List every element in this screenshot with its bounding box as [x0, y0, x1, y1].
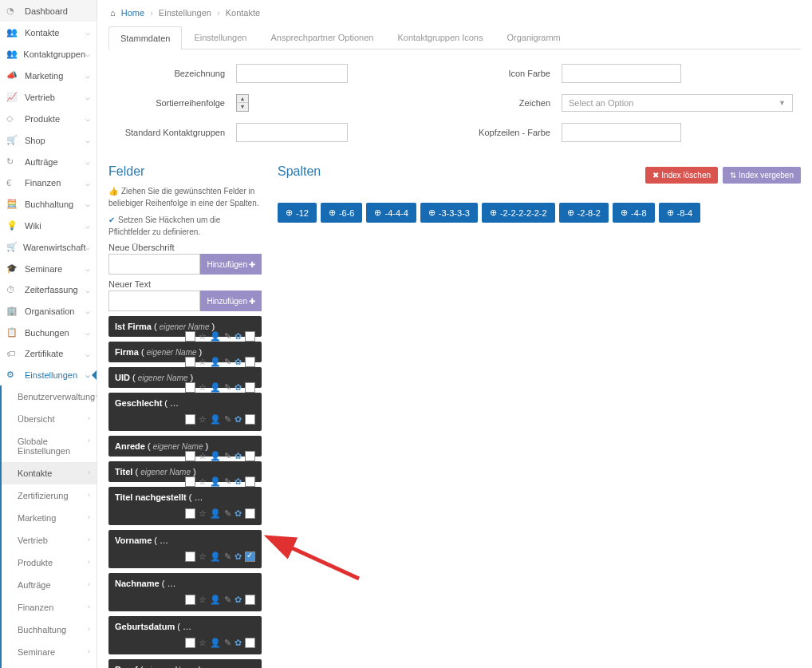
- field-checkbox-1[interactable]: [185, 382, 195, 393]
- pencil-icon[interactable]: ✎: [224, 595, 231, 605]
- field-card[interactable]: Nachname ( … ☆ 👤 ✎ ✿: [108, 573, 262, 611]
- sidebar-item-zeiterfassung[interactable]: ⏱Zeiterfassung⌵: [0, 279, 97, 300]
- field-checkbox-1[interactable]: [185, 451, 195, 461]
- column-layout-button[interactable]: ⊕-3-3-3-3: [420, 203, 478, 223]
- column-layout-button[interactable]: ⊕-8-4: [659, 203, 701, 223]
- field-card[interactable]: Firma ( eigener Name ) ☆ 👤 ✎ ✿: [108, 342, 262, 362]
- star-icon[interactable]: ☆: [199, 414, 207, 425]
- field-checkbox-1[interactable]: [185, 357, 195, 367]
- input-neue-uberschrift[interactable]: [108, 254, 200, 275]
- user-icon[interactable]: 👤: [210, 551, 221, 562]
- user-icon[interactable]: 👤: [210, 331, 221, 342]
- field-checkbox-2[interactable]: [245, 331, 255, 342]
- field-checkbox-1[interactable]: [185, 414, 195, 425]
- user-icon[interactable]: 👤: [210, 451, 221, 461]
- star-icon[interactable]: ☆: [199, 508, 207, 519]
- sidebar-item-warenwirtschaft[interactable]: 🛒Warenwirtschaft⌵: [0, 236, 97, 258]
- sidebar-sub-übersicht[interactable]: Übersicht›: [2, 408, 97, 430]
- star-icon[interactable]: ☆: [199, 331, 207, 342]
- field-checkbox-2[interactable]: [245, 382, 255, 393]
- pencil-icon[interactable]: ✎: [224, 414, 231, 425]
- pencil-icon[interactable]: ✎: [224, 382, 231, 393]
- sidebar-sub-zertifizierung[interactable]: Zertifizierung›: [2, 484, 97, 507]
- user-icon[interactable]: 👤: [210, 414, 221, 425]
- field-checkbox-2[interactable]: [245, 451, 255, 461]
- field-card[interactable]: Anrede ( eigener Name ) ☆ 👤 ✎ ✿: [108, 436, 262, 457]
- pencil-icon[interactable]: ✎: [224, 357, 231, 367]
- field-card[interactable]: Vorname ( … ☆ 👤 ✎ ✿: [108, 530, 262, 568]
- gear-icon[interactable]: ✿: [235, 551, 242, 562]
- column-layout-button[interactable]: ⊕-2-2-2-2-2-2: [482, 203, 555, 223]
- pencil-icon[interactable]: ✎: [224, 331, 231, 342]
- user-icon[interactable]: 👤: [210, 508, 221, 519]
- tab-stammdaten[interactable]: Stammdaten: [108, 26, 182, 49]
- sidebar-sub-produkte[interactable]: Produkte›: [2, 551, 97, 574]
- field-checkbox-1[interactable]: [185, 638, 195, 648]
- user-icon[interactable]: 👤: [210, 595, 221, 605]
- tab-organigramm[interactable]: Organigramm: [495, 26, 573, 49]
- gear-icon[interactable]: ✿: [235, 476, 242, 487]
- field-checkbox-1[interactable]: [185, 551, 195, 562]
- field-card[interactable]: Titel nachgestellt ( … ☆ 👤 ✎ ✿: [108, 487, 262, 525]
- field-checkbox-2[interactable]: [245, 638, 255, 648]
- sidebar-sub-vertrieb[interactable]: Vertrieb›: [2, 529, 97, 551]
- sidebar-item-buchhaltung[interactable]: 🧮Buchhaltung⌵: [0, 193, 97, 215]
- breadcrumb-home[interactable]: Home: [121, 8, 144, 18]
- sidebar-sub-benutzerverwaltung[interactable]: Benutzerverwaltung›: [2, 385, 97, 408]
- tab-einstellungen[interactable]: Einstellungen: [182, 26, 258, 49]
- sidebar-sub-organisation[interactable]: Organisation›: [2, 663, 97, 668]
- sidebar-item-marketing[interactable]: 📣Marketing⌵: [0, 65, 97, 86]
- index-reassign-button[interactable]: ⇅Index vergeben: [723, 167, 801, 184]
- pencil-icon[interactable]: ✎: [224, 451, 231, 461]
- field-checkbox-2[interactable]: [245, 357, 255, 367]
- sidebar-item-vertrieb[interactable]: 📈Vertrieb⌵: [0, 86, 97, 108]
- sidebar-item-produkte[interactable]: ◇Produkte⌵: [0, 108, 97, 129]
- pencil-icon[interactable]: ✎: [224, 638, 231, 648]
- field-checkbox-2[interactable]: [245, 551, 255, 562]
- star-icon[interactable]: ☆: [199, 638, 207, 648]
- gear-icon[interactable]: ✿: [235, 414, 242, 425]
- user-icon[interactable]: 👤: [210, 638, 221, 648]
- field-card[interactable]: Titel ( eigener Name ) ☆ 👤 ✎ ✿: [108, 461, 262, 482]
- field-card[interactable]: Geschlecht ( … ☆ 👤 ✎ ✿: [108, 393, 262, 431]
- gear-icon[interactable]: ✿: [235, 451, 242, 461]
- sidebar-item-seminare[interactable]: 🎓Seminare⌵: [0, 258, 97, 279]
- sidebar-sub-marketing[interactable]: Marketing›: [2, 507, 97, 529]
- user-icon[interactable]: 👤: [210, 382, 221, 393]
- field-checkbox-2[interactable]: [245, 414, 255, 425]
- field-card[interactable]: Beruf ( eigener Name ) ☆ 👤 ✎ ✿: [108, 659, 262, 668]
- column-layout-button[interactable]: ⊕-2-8-2: [559, 203, 609, 223]
- input-neuer-text[interactable]: [108, 291, 200, 311]
- field-card[interactable]: Ist Firma ( eigener Name ) ☆ 👤 ✎ ✿: [108, 316, 262, 337]
- sidebar-item-zertifikate[interactable]: 🏷Zertifikate⌵: [0, 343, 97, 364]
- user-icon[interactable]: 👤: [210, 476, 221, 487]
- field-checkbox-2[interactable]: [245, 508, 255, 519]
- star-icon[interactable]: ☆: [199, 357, 207, 367]
- sidebar-item-organisation[interactable]: 🏢Organisation⌵: [0, 300, 97, 322]
- gear-icon[interactable]: ✿: [235, 508, 242, 519]
- input-kopfzeilen[interactable]: [562, 123, 681, 142]
- sidebar-item-kontaktgruppen[interactable]: 👥Kontaktgruppen⌵: [0, 43, 97, 65]
- sidebar-item-wiki[interactable]: 💡Wiki⌵: [0, 215, 97, 236]
- field-checkbox-1[interactable]: [185, 476, 195, 487]
- sidebar-item-shop[interactable]: 🛒Shop⌵: [0, 129, 97, 151]
- tab-ansprechpartner-optionen[interactable]: Ansprechpartner Optionen: [258, 26, 385, 49]
- gear-icon[interactable]: ✿: [235, 331, 242, 342]
- input-standard[interactable]: [236, 123, 348, 142]
- user-icon[interactable]: 👤: [210, 357, 221, 367]
- input-iconfarbe[interactable]: [562, 64, 681, 83]
- add-heading-button[interactable]: Hinzufügen✚: [200, 254, 262, 275]
- star-icon[interactable]: ☆: [199, 595, 207, 605]
- tab-kontaktgruppen-icons[interactable]: Kontaktgruppen Icons: [385, 26, 495, 49]
- column-layout-button[interactable]: ⊕-6-6: [321, 203, 363, 223]
- field-card[interactable]: Geburtsdatum ( … ☆ 👤 ✎ ✿: [108, 616, 262, 654]
- sidebar-item-dashboard[interactable]: ◔Dashboard: [0, 0, 97, 22]
- sidebar-sub-globale einstellungen[interactable]: Globale Einstellungen›: [2, 430, 97, 462]
- star-icon[interactable]: ☆: [199, 551, 207, 562]
- pencil-icon[interactable]: ✎: [224, 508, 231, 519]
- field-checkbox-1[interactable]: [185, 331, 195, 342]
- sidebar-sub-kontakte[interactable]: Kontakte›: [2, 462, 97, 484]
- star-icon[interactable]: ☆: [199, 476, 207, 487]
- pencil-icon[interactable]: ✎: [224, 476, 231, 487]
- sidebar-sub-seminare[interactable]: Seminare›: [2, 641, 97, 663]
